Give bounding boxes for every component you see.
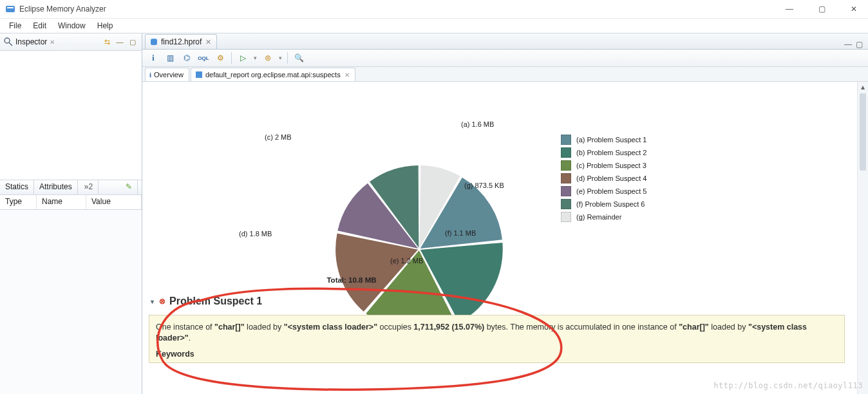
view-close-icon[interactable]: ✕ bbox=[50, 39, 55, 46]
slice-label-d: (d) 1.8 MB bbox=[239, 230, 272, 238]
legend-label: (d) Problem Suspect 4 bbox=[576, 174, 646, 182]
dropdown-icon[interactable]: ▾ bbox=[279, 55, 282, 61]
legend-item[interactable]: (e) Problem Suspect 5 bbox=[561, 185, 646, 198]
subtab-close-icon[interactable]: ✕ bbox=[344, 71, 350, 79]
editor-area: find12.hprof ✕ — ▢ i ▥ ⌬ OQL ⚙ ▷ ▾ ⊚ ▾ 🔍… bbox=[142, 33, 868, 394]
scroll-thumb[interactable] bbox=[860, 93, 866, 171]
toolbar-overview-button[interactable]: i bbox=[147, 52, 159, 64]
toolbar-separator bbox=[287, 52, 288, 64]
toolbar-run-button[interactable]: ▷ bbox=[237, 52, 249, 64]
legend-swatch bbox=[561, 173, 571, 183]
toolbar-oql-button[interactable]: OQL bbox=[198, 52, 209, 64]
svg-point-6 bbox=[151, 42, 157, 45]
collapse-icon[interactable]: ▾ bbox=[149, 298, 155, 305]
pie-legend: (a) Problem Suspect 1(b) Problem Suspect… bbox=[561, 133, 646, 223]
problem-suspect-title: Problem Suspect 1 bbox=[169, 296, 262, 307]
legend-item[interactable]: (c) Problem Suspect 3 bbox=[561, 159, 646, 172]
inspector-title: Inspector bbox=[15, 37, 47, 46]
legend-swatch bbox=[561, 160, 571, 171]
inspector-sync-button[interactable]: ⇆ bbox=[102, 37, 112, 47]
slice-label-c: (c) 2 MB bbox=[265, 133, 292, 141]
legend-item[interactable]: (a) Problem Suspect 1 bbox=[561, 133, 646, 146]
window-title: Eclipse Memory Analyzer bbox=[19, 5, 106, 14]
pie-total-label: Total: 10.8 MB bbox=[326, 276, 376, 284]
subtab-suspects-report[interactable]: default_report org.eclipse.mat.api:suspe… bbox=[191, 68, 355, 81]
hprof-file-icon bbox=[149, 37, 158, 46]
toolbar-separator bbox=[231, 52, 232, 64]
problem-suspect-heading[interactable]: ▾ ⊗ Problem Suspect 1 bbox=[149, 294, 845, 308]
inspector-view: Inspector ✕ ⇆ — ▢ Statics Attributes »2 … bbox=[0, 33, 142, 394]
window-close-button[interactable]: ✕ bbox=[845, 5, 863, 14]
svg-rect-1 bbox=[7, 7, 14, 8]
legend-label: (g) Remainder bbox=[576, 213, 621, 221]
legend-swatch bbox=[561, 199, 571, 209]
legend-item[interactable]: (b) Problem Suspect 2 bbox=[561, 146, 646, 159]
legend-item[interactable]: (g) Remainder bbox=[561, 211, 646, 223]
slice-label-g: (g) 873.5 KB bbox=[464, 182, 504, 189]
slice-label-a: (a) 1.6 MB bbox=[461, 120, 494, 128]
svg-rect-7 bbox=[196, 71, 202, 78]
legend-label: (e) Problem Suspect 5 bbox=[576, 187, 646, 195]
window-titlebar: Eclipse Memory Analyzer — ▢ ✕ bbox=[0, 0, 868, 19]
legend-label: (f) Problem Suspect 6 bbox=[576, 200, 645, 208]
problem-suspect-details: One instance of "char[]" loaded by "<sys… bbox=[149, 315, 845, 363]
tab-overflow[interactable]: »2 bbox=[79, 180, 99, 194]
toolbar-query-button[interactable]: ⊚ bbox=[262, 52, 274, 64]
menu-window[interactable]: Window bbox=[53, 20, 91, 32]
col-value[interactable]: Value bbox=[86, 195, 142, 209]
tab-statics[interactable]: Statics bbox=[0, 180, 34, 194]
svg-rect-0 bbox=[6, 6, 15, 12]
vertical-scrollbar[interactable]: ▴ bbox=[857, 82, 868, 394]
slice-label-f: (f) 1.1 MB bbox=[445, 229, 476, 237]
inspector-minimize-button[interactable]: — bbox=[115, 37, 125, 47]
menu-file[interactable]: File bbox=[4, 20, 26, 32]
toolbar-threads-button[interactable]: ⚙ bbox=[214, 52, 226, 64]
scroll-up-icon[interactable]: ▴ bbox=[861, 82, 865, 92]
svg-line-3 bbox=[9, 42, 12, 46]
col-name[interactable]: Name bbox=[37, 195, 86, 209]
toolbar-dominator-button[interactable]: ⌬ bbox=[181, 52, 193, 64]
editor-tab-close-icon[interactable]: ✕ bbox=[205, 38, 211, 46]
subtab-overview-label: Overview bbox=[154, 71, 184, 79]
window-maximize-button[interactable]: ▢ bbox=[813, 5, 831, 14]
subtab-overview[interactable]: i Overview bbox=[145, 68, 189, 81]
legend-item[interactable]: (f) Problem Suspect 6 bbox=[561, 198, 646, 211]
col-type[interactable]: Type bbox=[0, 195, 37, 209]
inspector-maximize-button[interactable]: ▢ bbox=[127, 37, 138, 47]
menu-edit[interactable]: Edit bbox=[28, 20, 52, 32]
legend-swatch bbox=[561, 135, 571, 145]
legend-swatch bbox=[561, 147, 571, 158]
inspector-wand-icon[interactable]: ✎ bbox=[120, 180, 138, 194]
menu-help[interactable]: Help bbox=[92, 20, 118, 32]
legend-swatch bbox=[561, 186, 571, 196]
legend-label: (a) Problem Suspect 1 bbox=[576, 136, 646, 144]
toolbar-histogram-button[interactable]: ▥ bbox=[164, 52, 176, 64]
editor-tab-label: find12.hprof bbox=[161, 37, 202, 46]
report-icon bbox=[195, 71, 203, 79]
svg-point-2 bbox=[5, 38, 10, 43]
overview-icon: i bbox=[149, 71, 151, 79]
subtab-report-label: default_report org.eclipse.mat.api:suspe… bbox=[205, 71, 341, 79]
watermark-text: http://blog.csdn.net/qiaoyl113 bbox=[713, 381, 863, 390]
app-icon bbox=[5, 4, 15, 14]
inspector-icon bbox=[4, 37, 13, 46]
keywords-label: Keywords bbox=[156, 349, 838, 360]
editor-minimize-button[interactable]: — bbox=[844, 40, 852, 49]
menu-bar: File Edit Window Help bbox=[0, 19, 868, 33]
legend-label: (b) Problem Suspect 2 bbox=[576, 149, 646, 156]
slice-label-e: (e) 1.2 MB bbox=[390, 257, 423, 265]
editor-tab-hprof[interactable]: find12.hprof ✕ bbox=[145, 34, 217, 49]
legend-item[interactable]: (d) Problem Suspect 4 bbox=[561, 172, 646, 185]
report-content: (a) 1.6 MB (c) 2 MB (d) 1.8 MB (e) 1.2 M… bbox=[142, 82, 868, 394]
legend-swatch bbox=[561, 212, 571, 222]
error-icon: ⊗ bbox=[159, 297, 165, 306]
editor-maximize-button[interactable]: ▢ bbox=[856, 40, 863, 49]
window-minimize-button[interactable]: — bbox=[780, 5, 798, 14]
legend-label: (c) Problem Suspect 3 bbox=[576, 162, 646, 169]
toolbar-search-button[interactable]: 🔍 bbox=[293, 52, 305, 64]
dropdown-icon[interactable]: ▾ bbox=[254, 55, 257, 61]
tab-attributes[interactable]: Attributes bbox=[34, 180, 78, 194]
